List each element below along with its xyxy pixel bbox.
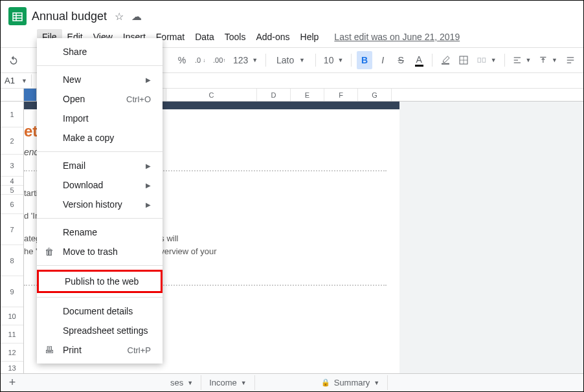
separator [432,54,432,67]
menu-item-document-details[interactable]: Document details [37,301,163,321]
col-header[interactable]: D [257,89,291,101]
menu-tools[interactable]: Tools [219,29,251,45]
col-header[interactable]: F [324,89,358,101]
format-percent[interactable]: % [174,51,190,69]
label: Email [63,160,85,171]
menu-help[interactable]: Help [295,29,324,45]
svg-rect-10 [482,58,486,63]
separator [351,54,352,67]
label: Download [63,180,103,190]
doc-title[interactable]: Annual budget [32,10,107,23]
label: Open [63,94,85,104]
valign-button[interactable]: ▼ [536,51,560,69]
separator [37,218,163,219]
row-header[interactable]: 10 [1,307,23,325]
merge-button[interactable]: ▼ [474,51,499,69]
borders-button[interactable] [456,51,471,69]
last-edit-link[interactable]: Last edit was on June 21, 2019 [334,32,460,42]
menu-item-spreadsheet-settings[interactable]: Spreadsheet settings [37,321,163,340]
submenu-arrow-icon: ▶ [146,201,151,208]
add-sheet-button[interactable]: + [1,376,24,389]
italic-button[interactable]: I [375,51,390,69]
label: Share [63,47,87,57]
label: Publish to the web [65,276,139,287]
col-header[interactable] [24,89,37,101]
tab-label: Income [209,378,237,387]
label: Spreadsheet settings [63,325,148,336]
menu-item-rename[interactable]: Rename [37,223,163,242]
col-header[interactable]: E [291,89,324,101]
row-header[interactable]: 11 [1,325,23,343]
menu-data[interactable]: Data [190,29,219,45]
font-label: Lato [276,55,294,65]
size-label: 10 [324,55,334,65]
row-header[interactable]: 8 [1,245,23,276]
tab-label: ses [170,378,183,387]
svg-rect-9 [478,58,481,63]
label: Print [63,345,82,355]
label: Rename [63,227,97,237]
menu-item-email[interactable]: Email▶ [37,156,163,175]
menu-item-open[interactable]: OpenCtrl+O [37,89,163,109]
separator [265,54,266,67]
menu-item-download[interactable]: Download▶ [37,175,163,195]
row-header[interactable]: 2 [1,127,23,155]
separator [37,65,163,66]
empty-area [399,102,583,389]
format-dec0[interactable]: .0 ↓ [192,51,208,69]
menu-item-share[interactable]: Share [37,42,163,61]
col-header[interactable]: G [358,89,392,101]
numfmt-label: 123 [233,55,248,65]
font-family-select[interactable]: Lato▼ [271,51,310,69]
col-header[interactable]: C [166,89,257,101]
undo-button[interactable] [6,51,21,69]
star-icon[interactable]: ☆ [115,10,124,23]
label: New [63,74,81,85]
menu-item-new[interactable]: New▶ [37,70,163,89]
menu-item-move-to-trash[interactable]: 🗑Move to trash [37,242,163,261]
row-header[interactable]: 9 [1,276,23,307]
format-dec00[interactable]: .00↑ [210,51,228,69]
text-color-button[interactable]: A [411,51,427,69]
name-box[interactable]: A1▼ [1,74,32,87]
menu-item-publish-to-web[interactable]: Publish to the web [37,270,163,293]
separator [37,151,163,152]
menu-item-make-copy[interactable]: Make a copy [37,128,163,147]
row-header[interactable]: 3 [1,155,23,177]
fill-color-button[interactable] [438,51,453,69]
cloud-saved-icon[interactable]: ☁ [131,10,142,23]
print-icon: 🖶 [45,345,54,355]
label: Make a copy [63,133,114,143]
sheet-tab[interactable]: Income▼ [201,375,255,390]
chevron-down-icon: ▼ [241,380,247,386]
row-header[interactable]: 1 [1,102,23,127]
format-number[interactable]: 123▼ [230,51,260,69]
row-header[interactable]: 12 [1,343,23,362]
font-size-select[interactable]: 10▼ [321,51,346,69]
row-header[interactable]: 13 [1,362,23,375]
label: Move to trash [63,246,118,257]
sheet-tab[interactable]: ses▼ [163,375,201,390]
label: Version history [63,199,122,210]
strike-button[interactable]: S [393,51,409,69]
row-header[interactable]: 7 [1,214,23,245]
row-header[interactable]: 6 [1,195,23,214]
sheet-tab[interactable]: 🔒Summary▼ [313,375,388,390]
menu-item-import[interactable]: Import [37,109,163,128]
lock-icon: 🔒 [321,378,330,387]
shortcut: Ctrl+P [128,345,151,355]
menu-addons[interactable]: Add-ons [251,29,295,45]
bold-button[interactable]: B [357,51,372,69]
row-header[interactable]: 5 [1,186,23,195]
wrap-button[interactable] [563,51,578,69]
tab-label: Summary [334,378,370,387]
label: Import [63,113,89,124]
row-header[interactable]: 4 [1,177,23,186]
sheets-logo[interactable] [6,5,29,28]
menu-item-version-history[interactable]: Version history▶ [37,195,163,214]
submenu-arrow-icon: ▶ [146,182,151,189]
menu-item-print[interactable]: 🖶PrintCtrl+P [37,340,163,360]
trash-icon: 🗑 [45,246,54,257]
svg-rect-5 [442,63,449,65]
halign-button[interactable]: ▼ [510,51,534,69]
